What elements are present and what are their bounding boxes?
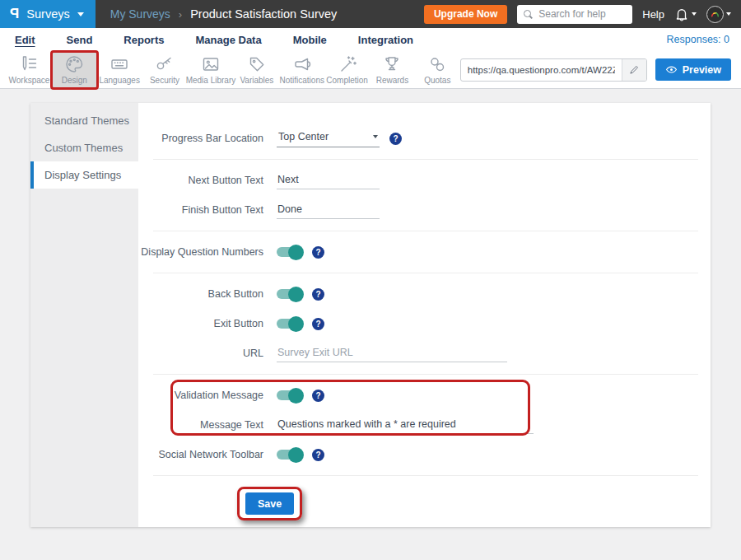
survey-nav-tabs: Edit Send Reports Manage Data Mobile Int…: [0, 28, 741, 51]
section-divider: [153, 273, 698, 273]
toolbar-item-quotas[interactable]: Quotas: [415, 51, 460, 89]
toolbar-item-notifications[interactable]: Notifications: [279, 51, 324, 89]
upgrade-now-button[interactable]: Upgrade Now: [424, 5, 507, 24]
back-button-row: Back Button ?: [138, 282, 698, 306]
eye-icon: [665, 63, 678, 76]
responses-count[interactable]: Responses: 0: [667, 34, 729, 45]
keyboard-icon: [110, 54, 129, 74]
tab-reports[interactable]: Reports: [124, 34, 164, 46]
toolbar-item-label: Rewards: [376, 76, 408, 85]
field-label: Next Button Text: [138, 175, 263, 186]
toolbar-item-rewards[interactable]: Rewards: [370, 51, 415, 89]
header-actions: Upgrade Now Help: [424, 0, 741, 28]
tab-mobile[interactable]: Mobile: [293, 34, 327, 46]
exit-button-toggle[interactable]: [277, 319, 302, 329]
toggle-knob: [288, 447, 304, 463]
toggle-knob: [288, 316, 304, 332]
help-icon[interactable]: ?: [312, 449, 324, 461]
survey-url-input[interactable]: [461, 65, 622, 75]
toolbar-item-label: Design: [62, 76, 87, 85]
help-search-box[interactable]: [517, 5, 632, 24]
page-title: Product Satisfaction Survey: [190, 7, 337, 21]
preview-button[interactable]: Preview: [655, 58, 731, 81]
links-icon: [427, 54, 447, 74]
section-divider: [153, 374, 698, 375]
preview-label: Preview: [683, 64, 721, 76]
workspace-icon: [19, 54, 39, 74]
chevron-down-icon: [77, 12, 84, 16]
sidebar-item-standard-themes[interactable]: Standard Themes: [30, 107, 138, 134]
message-text-input[interactable]: [277, 417, 534, 434]
notifications-menu[interactable]: [674, 7, 697, 21]
toggle-knob: [288, 388, 304, 404]
section-divider: [153, 231, 698, 231]
field-label: Validation Message: [138, 390, 263, 401]
questionpro-logo-icon: P: [10, 6, 19, 22]
toolbar-item-variables[interactable]: Variables: [234, 51, 279, 89]
edit-url-button[interactable]: [622, 59, 646, 81]
toolbar-item-languages[interactable]: Languages: [97, 51, 142, 89]
validation-message-toggle[interactable]: [277, 390, 302, 400]
help-link[interactable]: Help: [642, 8, 664, 21]
sidebar-item-custom-themes[interactable]: Custom Themes: [30, 134, 138, 161]
key-icon: [155, 54, 175, 74]
toolbar-item-label: Security: [150, 76, 179, 85]
progress-bar-location-row: Progress Bar Location Top Center ?: [138, 126, 698, 151]
social-network-toolbar-row: Social Network Toolbar ?: [138, 442, 698, 467]
social-network-toolbar-toggle[interactable]: [277, 450, 302, 460]
exit-url-input[interactable]: [277, 345, 507, 362]
toolbar-item-completion[interactable]: Completion: [324, 51, 370, 89]
message-text-row: Message Text: [138, 413, 698, 437]
field-label: Social Network Toolbar: [138, 449, 263, 460]
save-button[interactable]: Save: [245, 492, 294, 515]
breadcrumb-parent[interactable]: My Surveys: [110, 7, 170, 21]
avatar: [706, 6, 724, 23]
validation-message-row: Validation Message ?: [138, 383, 698, 408]
display-settings-form: Progress Bar Location Top Center ? Next …: [138, 103, 711, 527]
section-divider: [153, 159, 698, 160]
field-label: URL: [138, 348, 263, 359]
toolbar-item-label: Languages: [99, 76, 140, 85]
chevron-down-icon: [726, 12, 731, 16]
display-question-numbers-toggle[interactable]: [277, 247, 302, 257]
tab-manage-data[interactable]: Manage Data: [195, 34, 261, 46]
breadcrumb-separator: ›: [179, 8, 182, 21]
finish-button-text-input[interactable]: [277, 202, 380, 219]
help-icon[interactable]: ?: [389, 133, 402, 145]
help-icon[interactable]: ?: [312, 246, 324, 259]
display-question-numbers-row: Display Question Numbers ?: [138, 240, 698, 264]
chevron-down-icon: [373, 135, 378, 138]
tab-send[interactable]: Send: [67, 34, 93, 46]
trophy-icon: [382, 54, 402, 74]
toggle-knob: [288, 245, 304, 260]
toolbar-item-security[interactable]: Security: [142, 51, 188, 89]
back-button-toggle[interactable]: [277, 289, 302, 299]
exit-url-row: URL: [138, 341, 698, 366]
product-switcher[interactable]: P Surveys: [0, 0, 96, 28]
help-icon[interactable]: ?: [312, 288, 324, 301]
breadcrumb: My Surveys › Product Satisfaction Survey: [110, 0, 338, 28]
edit-toolbar: Workspace Design Languages Security Medi…: [0, 51, 741, 89]
toolbar-item-media-library[interactable]: Media Library: [187, 51, 234, 89]
pencil-icon: [629, 64, 640, 75]
help-icon[interactable]: ?: [312, 318, 324, 330]
help-icon[interactable]: ?: [312, 390, 324, 402]
tab-edit[interactable]: Edit: [15, 34, 35, 46]
sidebar-item-display-settings[interactable]: Display Settings: [30, 161, 138, 189]
toolbar-item-label: Media Library: [186, 76, 236, 85]
megaphone-icon: [292, 54, 312, 74]
next-button-text-row: Next Button Text: [138, 168, 698, 193]
toolbar-item-label: Workspace: [9, 76, 50, 85]
tab-integration[interactable]: Integration: [358, 34, 413, 46]
design-sidebar: Standard Themes Custom Themes Display Se…: [30, 103, 138, 527]
progress-bar-location-select[interactable]: Top Center: [277, 129, 380, 147]
account-menu[interactable]: [706, 6, 731, 23]
survey-url-group: [460, 58, 647, 82]
toolbar-item-design[interactable]: Design: [52, 51, 97, 89]
field-label: Back Button: [138, 288, 263, 300]
save-annotation-wrap: Save: [245, 492, 294, 515]
toolbar-item-workspace[interactable]: Workspace: [7, 51, 52, 89]
search-input[interactable]: [538, 8, 626, 20]
next-button-text-input[interactable]: [277, 172, 380, 189]
section-divider: [153, 475, 698, 476]
